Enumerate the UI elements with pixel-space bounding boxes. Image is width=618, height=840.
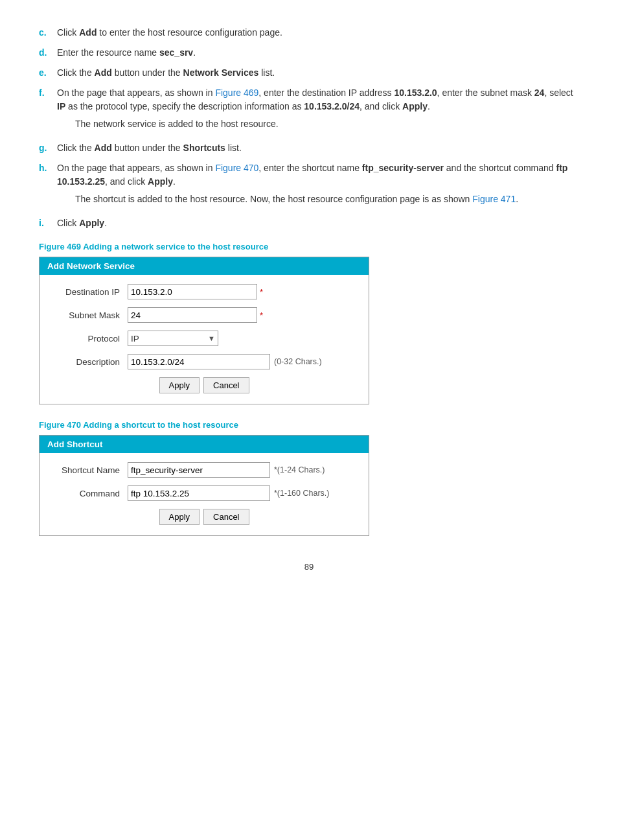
figure469-input-wrap-desc: (0-32 Chars.) xyxy=(128,354,358,369)
figure470-apply-button[interactable]: Apply xyxy=(159,509,200,525)
figure470-hint-name: *(1-24 Chars.) xyxy=(274,465,325,474)
step-f-mask: 24 xyxy=(534,88,545,98)
figure469-required-destip: * xyxy=(260,287,263,297)
step-d-letter: d. xyxy=(39,46,53,60)
figure470-body: Shortcut Name *(1-24 Chars.) Command *(1… xyxy=(40,453,369,535)
step-h-para: On the page that appears, as shown in Fi… xyxy=(57,161,579,189)
step-e-bold-ns: Network Services xyxy=(183,67,259,78)
step-i: i. Click Apply. xyxy=(39,216,579,230)
figure469-form: Add Network Service Destination IP * Sub… xyxy=(39,257,369,404)
page-number: 89 xyxy=(39,562,579,572)
figure470-input-wrap-cmd: *(1-160 Chars.) xyxy=(128,485,358,501)
step-c-bold-add: Add xyxy=(79,27,97,38)
step-e-content: Click the Add button under the Network S… xyxy=(57,66,579,80)
step-g: g. Click the Add button under the Shortc… xyxy=(39,141,579,155)
step-f-note: The network service is added to the host… xyxy=(75,117,579,131)
figure470-caption: Figure 470 Adding a shortcut to the host… xyxy=(39,420,579,430)
figure470-label-cmd: Command xyxy=(50,489,128,498)
figure469-select-val: IP xyxy=(128,334,205,344)
step-e-letter: e. xyxy=(39,66,53,80)
figure469-btn-row: Apply Cancel xyxy=(50,377,358,393)
figure469-select-protocol[interactable]: IP ▼ xyxy=(128,331,218,346)
step-d-bold-name: sec_srv xyxy=(159,47,193,58)
figure469-row-desc: Description (0-32 Chars.) xyxy=(50,354,358,369)
step-f-content: On the page that appears, as shown in Fi… xyxy=(57,86,579,135)
figure470-label-name: Shortcut Name xyxy=(50,465,128,475)
step-f-para: On the page that appears, as shown in Fi… xyxy=(57,86,579,113)
step-d-content: Enter the resource name sec_srv. xyxy=(57,46,579,60)
step-h: h. On the page that appears, as shown in… xyxy=(39,161,579,210)
figure469-input-wrap-mask: * xyxy=(128,307,358,323)
figure471-link[interactable]: Figure 471 xyxy=(472,194,516,204)
step-h-content: On the page that appears, as shown in Fi… xyxy=(57,161,579,210)
step-h-note: The shortcut is added to the host resour… xyxy=(75,192,579,206)
step-i-content: Click Apply. xyxy=(57,216,579,230)
step-c-letter: c. xyxy=(39,26,53,40)
steps-list: c. Click Add to enter the host resource … xyxy=(39,26,579,230)
figure469-row-mask: Subnet Mask * xyxy=(50,307,358,323)
figure470-row-name: Shortcut Name *(1-24 Chars.) xyxy=(50,462,358,478)
figure470-form: Add Shortcut Shortcut Name *(1-24 Chars.… xyxy=(39,435,369,536)
figure470-cancel-button[interactable]: Cancel xyxy=(203,509,249,525)
figure470-input-wrap-name: *(1-24 Chars.) xyxy=(128,462,358,478)
figure469-label-protocol: Protocol xyxy=(50,334,128,344)
step-h-letter: h. xyxy=(39,161,53,210)
figure470-input-name[interactable] xyxy=(128,462,270,478)
step-f-apply: Apply xyxy=(402,101,428,111)
figure470-header: Add Shortcut xyxy=(40,436,369,453)
figure469-input-destip[interactable] xyxy=(128,284,257,299)
figure470-input-cmd[interactable] xyxy=(128,485,270,501)
step-f-desc: 10.153.2.0/24 xyxy=(304,101,360,111)
step-f-letter: f. xyxy=(39,86,53,135)
figure469-caption: Figure 469 Adding a network service to t… xyxy=(39,242,579,251)
step-i-apply: Apply xyxy=(79,218,104,228)
figure469-body: Destination IP * Subnet Mask * Protocol … xyxy=(40,275,369,404)
step-c: c. Click Add to enter the host resource … xyxy=(39,26,579,40)
step-f: f. On the page that appears, as shown in… xyxy=(39,86,579,135)
step-i-letter: i. xyxy=(39,216,53,230)
figure469-hint-desc: (0-32 Chars.) xyxy=(274,357,322,366)
chevron-down-icon: ▼ xyxy=(205,334,218,342)
step-d: d. Enter the resource name sec_srv. xyxy=(39,46,579,60)
figure470-btn-row: Apply Cancel xyxy=(50,509,358,525)
figure469-required-mask: * xyxy=(260,310,263,320)
figure470-row-cmd: Command *(1-160 Chars.) xyxy=(50,485,358,501)
figure470-hint-cmd: *(1-160 Chars.) xyxy=(274,489,329,498)
step-g-letter: g. xyxy=(39,141,53,155)
step-g-bold-add: Add xyxy=(95,143,112,153)
figure469-row-protocol: Protocol IP ▼ xyxy=(50,331,358,346)
step-e-bold-add: Add xyxy=(95,67,112,78)
figure469-label-destip: Destination IP xyxy=(50,287,128,297)
figure469-apply-button[interactable]: Apply xyxy=(159,377,200,393)
figure469-input-desc[interactable] xyxy=(128,354,270,369)
step-g-content: Click the Add button under the Shortcuts… xyxy=(57,141,579,155)
figure469-row-destip: Destination IP * xyxy=(50,284,358,299)
figure469-link[interactable]: Figure 469 xyxy=(215,88,258,98)
step-c-content: Click Add to enter the host resource con… xyxy=(57,26,579,40)
step-h-cmd: ftp 10.153.2.25 xyxy=(57,163,567,187)
figure469-label-mask: Subnet Mask xyxy=(50,310,128,320)
figure469-input-wrap-destip: * xyxy=(128,284,358,299)
step-e: e. Click the Add button under the Networ… xyxy=(39,66,579,80)
figure469-label-desc: Description xyxy=(50,357,128,367)
figure469-cancel-button[interactable]: Cancel xyxy=(203,377,249,393)
figure469-header: Add Network Service xyxy=(40,257,369,275)
figure469-input-wrap-protocol: IP ▼ xyxy=(128,331,358,346)
step-h-apply: Apply xyxy=(148,176,173,187)
figure469-input-mask[interactable] xyxy=(128,307,257,323)
step-f-ip: 10.153.2.0 xyxy=(394,88,437,98)
step-g-bold-shortcuts: Shortcuts xyxy=(183,143,225,153)
step-h-name: ftp_security-server xyxy=(362,163,444,173)
step-f-proto: IP xyxy=(57,101,65,111)
figure470-link[interactable]: Figure 470 xyxy=(215,163,258,173)
